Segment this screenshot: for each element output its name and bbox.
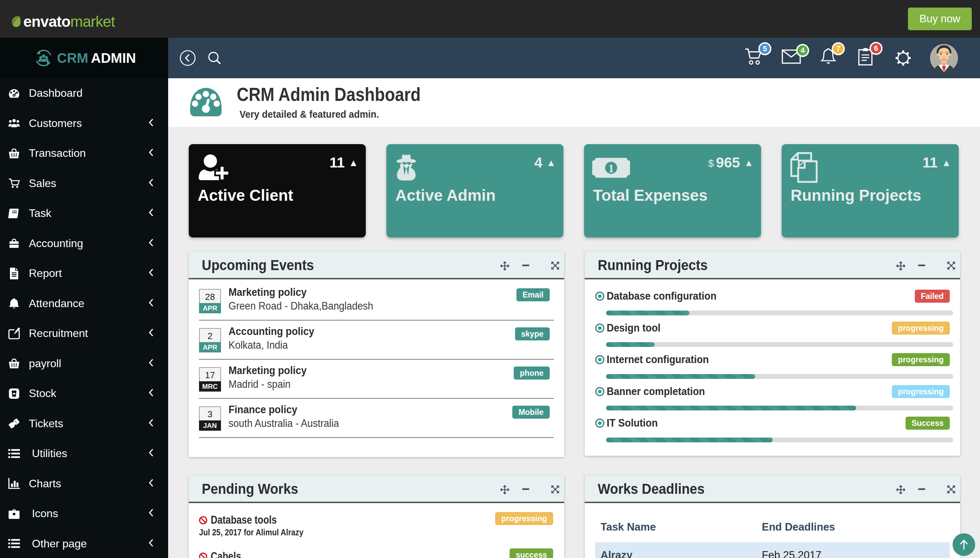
svg-text:1: 1 [608,162,614,175]
